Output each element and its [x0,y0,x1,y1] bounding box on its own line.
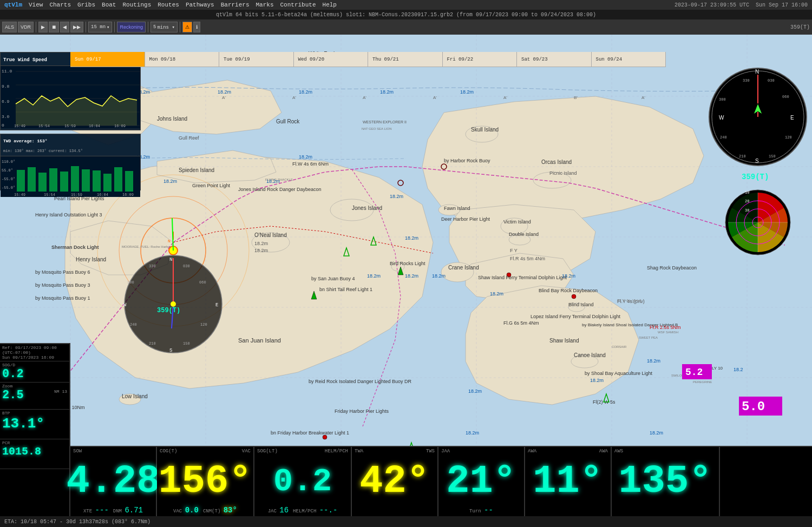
svg-text:F Y: F Y [510,248,518,253]
svg-text:E: E [790,115,794,121]
svg-text:Lopez Island Ferry Terminal Do: Lopez Island Ferry Terminal Dolphin Ligh… [531,314,620,319]
svg-text:by Mosquito Pass Buoy 3: by Mosquito Pass Buoy 3 [35,282,90,288]
menu-charts[interactable]: Charts [49,2,71,8]
svg-text:S: S [169,348,172,353]
sog-main-label: SOG(LT) [257,449,278,454]
svg-text:120: 120 [200,322,207,327]
svg-text:16:04: 16:04 [89,124,100,128]
heading-display: 359(T) [790,24,810,30]
svg-text:S: S [755,158,759,164]
svg-text:Fl.R 4s 5m 4Nm: Fl.R 4s 5m 4Nm [510,256,545,261]
svg-text:15:54: 15:54 [44,193,55,197]
toolbar-back[interactable]: ◀ [60,22,69,32]
window-title: qtVlm 64 bits 5.11-6-beta24a (meltemus) … [216,12,596,18]
svg-text:A': A' [292,95,296,100]
menu-help[interactable]: Help [323,2,337,8]
svg-rect-186 [125,171,133,192]
svg-text:18.2: 18.2 [734,367,743,372]
toolbar-stop[interactable]: ⏹ [49,22,59,32]
svg-text:A': A' [222,95,226,100]
svg-text:W: W [123,302,127,308]
svg-text:Shag Rock Daybeacon: Shag Rock Daybeacon [647,265,697,271]
svg-text:W: W [719,115,724,121]
timeline-date-5[interactable]: Fri 09/22 [443,52,518,67]
menu-marks[interactable]: Marks [256,2,274,8]
toolbar-play[interactable]: ▶ [38,22,48,32]
svg-text:Sherman Dock Light: Sherman Dock Light [51,245,99,250]
svg-text:18.2m: 18.2m [647,358,660,364]
timeline-date-6[interactable]: Sat 09/23 [517,52,592,67]
svg-rect-179 [49,168,57,192]
twa-value: 42° [359,462,430,501]
twd-title: TWD average: 153° [3,139,48,143]
svg-text:WESTERN EXPLORER II: WESTERN EXPLORER II [363,120,407,124]
timeline-date-2[interactable]: Tue 09/19 [219,52,294,67]
svg-text:18.2m: 18.2m [468,388,482,394]
menu-boat[interactable]: Boat [102,2,116,8]
svg-text:150: 150 [183,341,190,346]
svg-text:15:49: 15:49 [14,193,25,197]
app-name[interactable]: qtVlm [4,2,22,8]
timeline-date-4[interactable]: Thu 09/21 [368,52,443,67]
tws-label: TWS [426,449,435,454]
time-interval-dropdown[interactable]: 15 mn ▾ [88,22,112,32]
timeline-date-1[interactable]: Mon 09/18 [145,52,220,67]
svg-text:18.2m: 18.2m [405,235,418,241]
svg-text:Low Island: Low Island [122,393,148,399]
bottom-instruments: SOW 4.28 XTE --- DNM 6.71 COG(T) VAC 156… [70,446,812,516]
awa-label: AWA [528,449,536,454]
svg-text:Double Island: Double Island [509,232,539,237]
svg-text:210: 210 [739,154,746,159]
toolbar-fwd[interactable]: ▶▶ [70,22,83,32]
left-instruments: Ref: 09/17/2023 09:00 (UTC-07:00) Sun 09… [0,343,70,516]
svg-text:Bird Rocks Light: Bird Rocks Light [390,261,425,266]
btp-label: BTP [2,411,67,416]
svg-text:Orcas Island: Orcas Island [541,159,572,165]
svg-text:Blind Bay Rock Daybeacon: Blind Bay Rock Daybeacon [539,288,598,293]
svg-text:N: N [168,239,171,243]
svg-point-233 [171,301,176,307]
aws-value: 135° [619,462,712,501]
svg-text:18.2m: 18.2m [590,378,604,383]
timeline-date-0[interactable]: Sun 09/17 [70,52,145,67]
ref-local: Sun 09/17/2023 16:09 [2,355,67,360]
svg-text:WSF SAMISH: WSF SAMISH [658,331,678,334]
menu-routings[interactable]: Routings [122,2,151,8]
menu-gribs[interactable]: Gribs [77,2,95,8]
svg-text:N: N [169,257,172,262]
svg-text:030: 030 [768,78,775,83]
svg-point-40 [572,294,576,299]
cog-label: COG(T) [160,449,177,454]
eta-info: ETA: 10/18 05:47 - 30d 13h37m28s (083° 6… [4,519,150,525]
toolbar-reckoning[interactable]: Reckoning [117,22,146,32]
svg-text:San Juan Island: San Juan Island [238,337,281,344]
svg-text:-55.0°: -55.0° [2,186,15,190]
svg-text:359(T): 359(T) [742,173,769,181]
svg-text:6.9: 6.9 [2,99,10,104]
aws-label: AWS [614,449,623,454]
svg-text:Friday Harbor Pier Lights: Friday Harbor Pier Lights [335,409,389,414]
toolbar-warning[interactable]: ⚠ [182,22,192,32]
helm-val: HELM/PCH --.- [293,506,337,515]
ref-datetime-panel: Ref: 09/17/2023 09:00 (UTC-07:00) Sun 09… [0,344,69,361]
menu-pathways[interactable]: Pathways [186,2,214,8]
toolbar-info[interactable]: ℹ [193,22,200,32]
timeline-date-7[interactable]: Sun 09/24 [592,52,666,67]
toolbar-als[interactable]: ALS [2,22,17,32]
ref-label: Ref: 09/17/2023 09:00 [2,345,67,350]
toolbar-vdr[interactable]: VDR [18,22,34,32]
svg-text:18.2m: 18.2m [466,430,479,436]
svg-text:Jones Island Rock Danger Daybe: Jones Island Rock Danger Daybeacon [238,187,322,192]
svg-text:9.8: 9.8 [2,84,10,89]
menu-routes[interactable]: Routes [158,2,179,8]
menu-contribute[interactable]: Contribute [280,2,316,8]
menu-barriers[interactable]: Barriers [221,2,250,8]
svg-text:18.2m: 18.2m [163,179,177,184]
mins-dropdown[interactable]: 5 mins ▾ [150,22,178,32]
timeline-date-3[interactable]: Wed 09/20 [294,52,369,67]
svg-text:18.2m: 18.2m [460,89,474,95]
menu-view[interactable]: View [29,2,43,8]
sow-sub-xte: XTE --- [83,506,109,515]
svg-text:060: 060 [782,95,789,99]
svg-text:15:49: 15:49 [14,124,25,128]
